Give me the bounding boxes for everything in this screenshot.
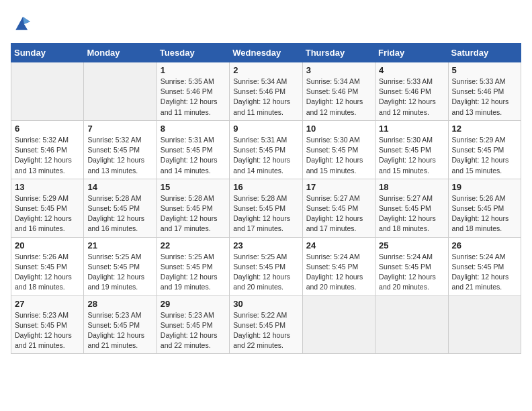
weekday-header-friday: Friday <box>375 44 448 62</box>
calendar-cell <box>302 295 375 354</box>
day-info: Sunrise: 5:28 AM Sunset: 5:45 PM Dayligh… <box>161 193 226 234</box>
day-number: 10 <box>306 124 371 134</box>
calendar-cell <box>84 62 157 121</box>
calendar-cell: 19Sunrise: 5:26 AM Sunset: 5:45 PM Dayli… <box>448 179 521 237</box>
calendar-week-row: 1Sunrise: 5:35 AM Sunset: 5:46 PM Daylig… <box>11 62 521 121</box>
day-number: 15 <box>161 182 226 192</box>
day-info: Sunrise: 5:23 AM Sunset: 5:45 PM Dayligh… <box>161 310 226 351</box>
page-header <box>11 11 521 35</box>
calendar-cell <box>11 62 84 121</box>
day-number: 28 <box>87 299 152 309</box>
calendar-cell <box>448 295 521 354</box>
calendar-cell: 16Sunrise: 5:28 AM Sunset: 5:45 PM Dayli… <box>230 179 302 237</box>
calendar-table: SundayMondayTuesdayWednesdayThursdayFrid… <box>11 43 521 354</box>
day-number: 7 <box>87 124 152 134</box>
day-info: Sunrise: 5:34 AM Sunset: 5:46 PM Dayligh… <box>306 77 371 118</box>
weekday-header-monday: Monday <box>84 44 157 62</box>
day-info: Sunrise: 5:32 AM Sunset: 5:46 PM Dayligh… <box>15 135 80 176</box>
day-info: Sunrise: 5:34 AM Sunset: 5:46 PM Dayligh… <box>233 77 298 118</box>
calendar-cell: 5Sunrise: 5:33 AM Sunset: 5:46 PM Daylig… <box>448 62 521 121</box>
day-info: Sunrise: 5:33 AM Sunset: 5:46 PM Dayligh… <box>452 77 517 118</box>
day-number: 9 <box>233 124 298 134</box>
day-info: Sunrise: 5:25 AM Sunset: 5:45 PM Dayligh… <box>161 252 226 293</box>
day-number: 23 <box>233 240 298 250</box>
day-number: 16 <box>233 182 298 192</box>
calendar-cell: 13Sunrise: 5:29 AM Sunset: 5:45 PM Dayli… <box>11 179 84 237</box>
calendar-cell: 22Sunrise: 5:25 AM Sunset: 5:45 PM Dayli… <box>157 237 229 295</box>
day-info: Sunrise: 5:24 AM Sunset: 5:45 PM Dayligh… <box>379 252 444 293</box>
day-number: 11 <box>379 124 444 134</box>
day-info: Sunrise: 5:23 AM Sunset: 5:45 PM Dayligh… <box>15 310 80 351</box>
calendar-cell: 18Sunrise: 5:27 AM Sunset: 5:45 PM Dayli… <box>375 179 448 237</box>
calendar-cell: 6Sunrise: 5:32 AM Sunset: 5:46 PM Daylig… <box>11 120 84 179</box>
calendar-week-row: 27Sunrise: 5:23 AM Sunset: 5:45 PM Dayli… <box>11 295 521 354</box>
weekday-header-wednesday: Wednesday <box>230 44 302 62</box>
logo <box>11 11 39 35</box>
calendar-cell: 2Sunrise: 5:34 AM Sunset: 5:46 PM Daylig… <box>230 62 302 121</box>
calendar-cell: 8Sunrise: 5:31 AM Sunset: 5:45 PM Daylig… <box>157 120 229 179</box>
day-number: 20 <box>15 240 80 250</box>
day-number: 18 <box>379 182 444 192</box>
weekday-header-saturday: Saturday <box>448 44 521 62</box>
day-number: 27 <box>15 299 80 309</box>
calendar-cell: 26Sunrise: 5:24 AM Sunset: 5:45 PM Dayli… <box>448 237 521 295</box>
day-info: Sunrise: 5:26 AM Sunset: 5:45 PM Dayligh… <box>15 252 80 293</box>
day-number: 8 <box>161 124 226 134</box>
day-number: 24 <box>306 240 371 250</box>
calendar-cell: 14Sunrise: 5:28 AM Sunset: 5:45 PM Dayli… <box>84 179 157 237</box>
day-number: 25 <box>379 240 444 250</box>
day-info: Sunrise: 5:22 AM Sunset: 5:45 PM Dayligh… <box>233 310 298 351</box>
calendar-cell: 30Sunrise: 5:22 AM Sunset: 5:45 PM Dayli… <box>230 295 302 354</box>
day-info: Sunrise: 5:28 AM Sunset: 5:45 PM Dayligh… <box>233 193 298 234</box>
calendar-header-row: SundayMondayTuesdayWednesdayThursdayFrid… <box>11 44 521 62</box>
calendar-cell: 28Sunrise: 5:23 AM Sunset: 5:45 PM Dayli… <box>84 295 157 354</box>
day-info: Sunrise: 5:30 AM Sunset: 5:45 PM Dayligh… <box>379 135 444 176</box>
calendar-cell: 15Sunrise: 5:28 AM Sunset: 5:45 PM Dayli… <box>157 179 229 237</box>
day-number: 22 <box>161 240 226 250</box>
weekday-header-thursday: Thursday <box>302 44 375 62</box>
calendar-week-row: 13Sunrise: 5:29 AM Sunset: 5:45 PM Dayli… <box>11 179 521 237</box>
calendar-cell <box>375 295 448 354</box>
day-info: Sunrise: 5:27 AM Sunset: 5:45 PM Dayligh… <box>379 193 444 234</box>
day-number: 17 <box>306 182 371 192</box>
calendar-cell: 17Sunrise: 5:27 AM Sunset: 5:45 PM Dayli… <box>302 179 375 237</box>
day-info: Sunrise: 5:26 AM Sunset: 5:45 PM Dayligh… <box>452 193 517 234</box>
day-number: 14 <box>87 182 152 192</box>
calendar-cell: 1Sunrise: 5:35 AM Sunset: 5:46 PM Daylig… <box>157 62 229 121</box>
calendar-cell: 9Sunrise: 5:31 AM Sunset: 5:45 PM Daylig… <box>230 120 302 179</box>
calendar-cell: 10Sunrise: 5:30 AM Sunset: 5:45 PM Dayli… <box>302 120 375 179</box>
day-info: Sunrise: 5:35 AM Sunset: 5:46 PM Dayligh… <box>161 77 226 118</box>
calendar-cell: 24Sunrise: 5:24 AM Sunset: 5:45 PM Dayli… <box>302 237 375 295</box>
day-info: Sunrise: 5:29 AM Sunset: 5:45 PM Dayligh… <box>452 135 517 176</box>
calendar-cell: 23Sunrise: 5:25 AM Sunset: 5:45 PM Dayli… <box>230 237 302 295</box>
day-number: 26 <box>452 240 517 250</box>
calendar-cell: 11Sunrise: 5:30 AM Sunset: 5:45 PM Dayli… <box>375 120 448 179</box>
calendar-week-row: 20Sunrise: 5:26 AM Sunset: 5:45 PM Dayli… <box>11 237 521 295</box>
day-info: Sunrise: 5:24 AM Sunset: 5:45 PM Dayligh… <box>306 252 371 293</box>
weekday-header-sunday: Sunday <box>11 44 84 62</box>
calendar-cell: 12Sunrise: 5:29 AM Sunset: 5:45 PM Dayli… <box>448 120 521 179</box>
day-number: 13 <box>15 182 80 192</box>
calendar-cell: 25Sunrise: 5:24 AM Sunset: 5:45 PM Dayli… <box>375 237 448 295</box>
day-info: Sunrise: 5:33 AM Sunset: 5:46 PM Dayligh… <box>379 77 444 118</box>
day-info: Sunrise: 5:23 AM Sunset: 5:45 PM Dayligh… <box>87 310 152 351</box>
day-number: 12 <box>452 124 517 134</box>
day-number: 2 <box>233 65 298 75</box>
day-info: Sunrise: 5:24 AM Sunset: 5:45 PM Dayligh… <box>452 252 517 293</box>
day-number: 21 <box>87 240 152 250</box>
day-number: 6 <box>15 124 80 134</box>
calendar-cell: 20Sunrise: 5:26 AM Sunset: 5:45 PM Dayli… <box>11 237 84 295</box>
calendar-cell: 29Sunrise: 5:23 AM Sunset: 5:45 PM Dayli… <box>157 295 229 354</box>
day-number: 4 <box>379 65 444 75</box>
day-info: Sunrise: 5:32 AM Sunset: 5:45 PM Dayligh… <box>87 135 152 176</box>
calendar-cell: 7Sunrise: 5:32 AM Sunset: 5:45 PM Daylig… <box>84 120 157 179</box>
day-info: Sunrise: 5:25 AM Sunset: 5:45 PM Dayligh… <box>87 252 152 293</box>
calendar-cell: 4Sunrise: 5:33 AM Sunset: 5:46 PM Daylig… <box>375 62 448 121</box>
calendar-cell: 27Sunrise: 5:23 AM Sunset: 5:45 PM Dayli… <box>11 295 84 354</box>
day-number: 1 <box>161 65 226 75</box>
calendar-week-row: 6Sunrise: 5:32 AM Sunset: 5:46 PM Daylig… <box>11 120 521 179</box>
day-info: Sunrise: 5:28 AM Sunset: 5:45 PM Dayligh… <box>87 193 152 234</box>
day-info: Sunrise: 5:31 AM Sunset: 5:45 PM Dayligh… <box>161 135 226 176</box>
day-info: Sunrise: 5:25 AM Sunset: 5:45 PM Dayligh… <box>233 252 298 293</box>
weekday-header-tuesday: Tuesday <box>157 44 229 62</box>
